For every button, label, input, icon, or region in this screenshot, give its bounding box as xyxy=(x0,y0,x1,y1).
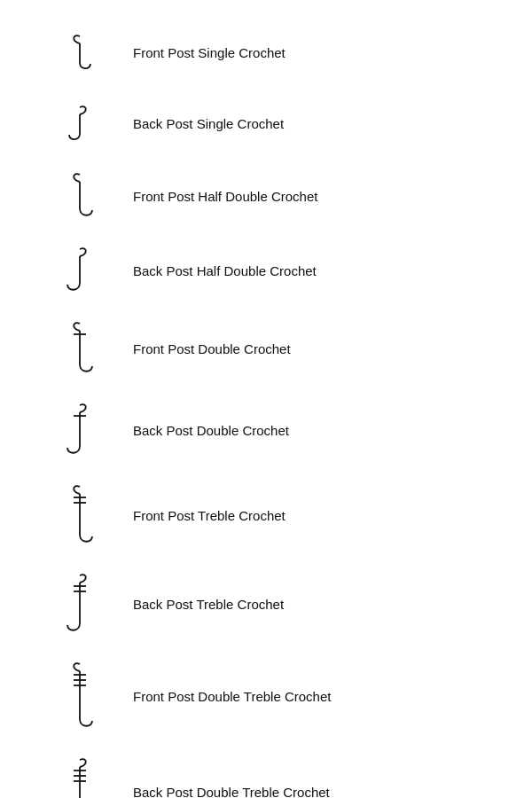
stitch-symbol-fpsc xyxy=(53,32,106,75)
stitch-symbol-bpdc xyxy=(53,401,106,461)
stitch-item: Back Post Treble Crochet xyxy=(0,560,532,649)
stitch-item: Front Post Double Treble Crochet xyxy=(0,649,532,745)
stitch-label-bphdc: Back Post Half Double Crochet xyxy=(133,262,317,280)
stitch-symbol-bptc xyxy=(53,571,106,638)
stitch-symbol-bpdtc xyxy=(53,755,106,798)
stitch-symbol-fpdtc xyxy=(53,660,106,734)
stitch-item: Back Post Double Treble Crochet xyxy=(0,745,532,798)
stitch-symbol-fpdc xyxy=(53,319,106,379)
stitch-symbol-bpsc xyxy=(53,103,106,146)
stitch-item: Back Post Single Crochet xyxy=(0,89,532,160)
stitch-label-bpdtc: Back Post Double Treble Crochet xyxy=(133,784,330,798)
stitch-symbol-fptc xyxy=(53,482,106,550)
stitch-item: Front Post Treble Crochet xyxy=(0,472,532,560)
stitch-list: Front Post Single CrochetBack Post Singl… xyxy=(0,0,532,798)
stitch-label-bpsc: Back Post Single Crochet xyxy=(133,115,284,133)
stitch-symbol-bphdc xyxy=(53,245,106,298)
stitch-label-fpsc: Front Post Single Crochet xyxy=(133,44,286,62)
stitch-symbol-fphdc xyxy=(53,170,106,223)
stitch-item: Front Post Single Crochet xyxy=(0,18,532,89)
stitch-label-fphdc: Front Post Half Double Crochet xyxy=(133,188,317,206)
stitch-item: Back Post Half Double Crochet xyxy=(0,234,532,309)
stitch-label-bpdc: Back Post Double Crochet xyxy=(133,422,289,440)
stitch-label-fpdc: Front Post Double Crochet xyxy=(133,340,291,358)
stitch-label-fpdtc: Front Post Double Treble Crochet xyxy=(133,688,331,706)
stitch-label-bptc: Back Post Treble Crochet xyxy=(133,596,284,614)
stitch-item: Back Post Double Crochet xyxy=(0,390,532,472)
stitch-label-fptc: Front Post Treble Crochet xyxy=(133,507,286,525)
stitch-item: Front Post Double Crochet xyxy=(0,309,532,390)
stitch-item: Front Post Half Double Crochet xyxy=(0,160,532,234)
